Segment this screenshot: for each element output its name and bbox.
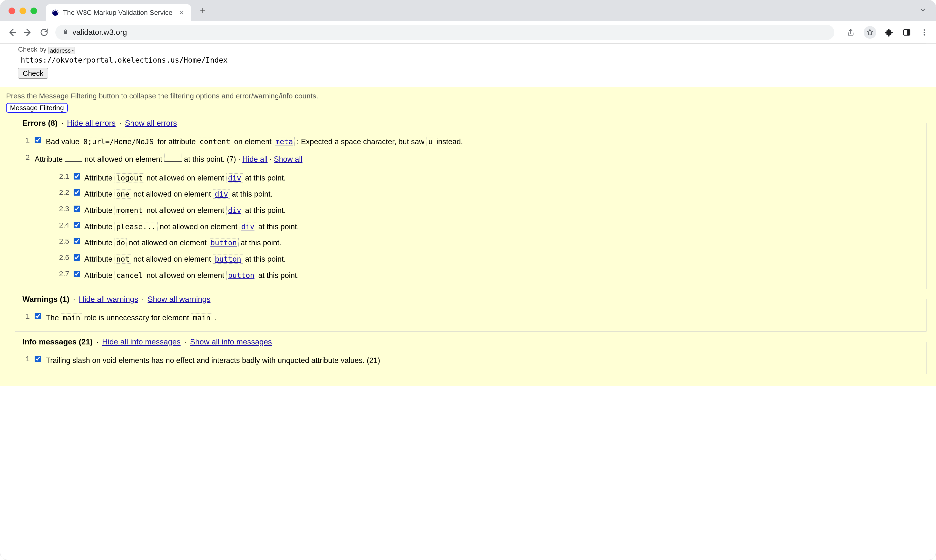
error-2-3-elem-link[interactable]: div xyxy=(228,206,241,215)
minimize-window-button[interactable] xyxy=(20,8,26,14)
svg-point-6 xyxy=(924,29,925,31)
error-2-4: 2.4Attribute please... not allowed on el… xyxy=(56,220,921,233)
close-tab-icon[interactable]: × xyxy=(179,8,184,17)
svg-rect-3 xyxy=(64,31,67,34)
error-2-3-attr: moment xyxy=(114,206,144,215)
checkby-label: Check by xyxy=(18,46,46,53)
sidepanel-icon[interactable] xyxy=(902,28,911,37)
new-tab-button[interactable]: + xyxy=(196,3,210,18)
bookmark-star-icon[interactable] xyxy=(864,26,876,39)
maximize-window-button[interactable] xyxy=(31,8,37,14)
info-1-text: Trailing slash on void elements has no e… xyxy=(46,356,367,365)
message-filter-panel: Press the Message Filtering button to co… xyxy=(0,87,936,386)
error-1-checkbox[interactable] xyxy=(35,137,41,143)
address-input[interactable] xyxy=(18,55,918,65)
error-2-5-attr: do xyxy=(114,238,127,247)
warning-1-code-elem: main xyxy=(191,313,212,322)
error-2-4-attr: please... xyxy=(114,222,158,231)
error-2-1-elem-link[interactable]: div xyxy=(228,174,241,182)
error-1-char: u xyxy=(427,137,434,146)
tabs-chevron-icon[interactable] xyxy=(919,6,927,15)
error-2-3-checkbox[interactable] xyxy=(74,206,80,212)
error-2-7-checkbox[interactable] xyxy=(74,271,80,277)
extensions-icon[interactable] xyxy=(885,28,894,37)
error-2-5-elem-link[interactable]: button xyxy=(210,238,237,247)
check-button[interactable]: Check xyxy=(18,68,48,78)
error-2-2-attr: one xyxy=(114,189,131,198)
warnings-count: 1 xyxy=(62,295,67,303)
forward-button[interactable] xyxy=(23,28,33,37)
back-button[interactable] xyxy=(7,28,17,37)
svg-point-8 xyxy=(924,34,925,35)
error-item-2: 2 Attribute not allowed on element at th… xyxy=(20,153,921,282)
window-controls xyxy=(9,8,37,14)
error-2-6-elem-link[interactable]: button xyxy=(215,255,241,263)
share-icon[interactable] xyxy=(846,28,855,37)
filter-hint-text: Press the Message Filtering button to co… xyxy=(0,92,936,103)
info-group: Info messages (21) · Hide all info messa… xyxy=(15,337,927,374)
address-bar: validator.w3.org xyxy=(0,21,936,44)
error-2-4-elem-link[interactable]: div xyxy=(241,222,254,231)
hide-all-warnings-link[interactable]: Hide all warnings xyxy=(79,295,138,303)
warning-1-checkbox[interactable] xyxy=(35,313,41,319)
error-2-6-checkbox[interactable] xyxy=(74,254,80,261)
url-text: validator.w3.org xyxy=(72,28,127,37)
error-2-7-attr: cancel xyxy=(114,271,144,280)
kebab-menu-icon[interactable] xyxy=(920,28,929,37)
error-2-2: 2.2Attribute one not allowed on element … xyxy=(56,188,921,201)
checker-form: Check by address Check xyxy=(10,44,926,82)
error-2-7-elem-link[interactable]: button xyxy=(228,271,254,280)
close-window-button[interactable] xyxy=(9,8,15,14)
errors-count: 8 xyxy=(51,118,55,128)
svg-rect-5 xyxy=(907,29,910,35)
info-item-1: 1 Trailing slash on void elements has no… xyxy=(20,354,921,367)
tab-title: The W3C Markup Validation Service xyxy=(63,9,172,17)
error-2-1: 2.1Attribute logout not allowed on eleme… xyxy=(56,172,921,185)
hide-all-errors-link[interactable]: Hide all errors xyxy=(67,118,116,128)
error-2-6-attr: not xyxy=(114,255,131,263)
browser-window: The W3C Markup Validation Service × + va… xyxy=(0,0,936,560)
info-1-checkbox[interactable] xyxy=(35,355,41,362)
error-2-6: 2.6Attribute not not allowed on element … xyxy=(56,253,921,266)
error-1-element-link[interactable]: meta xyxy=(275,137,293,146)
lock-icon xyxy=(63,29,68,36)
reload-button[interactable] xyxy=(39,28,49,37)
show-all-info-link[interactable]: Show all info messages xyxy=(190,337,272,346)
warning-item-1: 1 The main role is unnecessary for eleme… xyxy=(20,312,921,325)
error-2-5: 2.5Attribute do not allowed on element b… xyxy=(56,237,921,249)
error-1-attrname: content xyxy=(198,137,232,146)
show-all-errors-link[interactable]: Show all errors xyxy=(125,118,177,128)
checkby-select[interactable]: address xyxy=(48,47,75,54)
hide-all-info-link[interactable]: Hide all info messages xyxy=(102,337,180,346)
error-2-attr-blank xyxy=(65,153,82,162)
error-2-3: 2.3Attribute moment not allowed on eleme… xyxy=(56,204,921,217)
error-2-4-checkbox[interactable] xyxy=(74,222,80,228)
info-count: 21 xyxy=(82,337,90,346)
error-2-1-checkbox[interactable] xyxy=(74,173,80,180)
error-2-hide-all-link[interactable]: Hide all xyxy=(242,155,267,163)
error-2-2-elem-link[interactable]: div xyxy=(215,190,228,198)
warnings-legend-label: Warnings xyxy=(22,295,58,303)
warning-1-code-role: main xyxy=(61,313,82,322)
browser-tab[interactable]: The W3C Markup Validation Service × xyxy=(46,4,191,21)
error-2-5-checkbox[interactable] xyxy=(74,238,80,244)
error-1-badvalue: 0;url=/Home/NoJS xyxy=(82,137,156,146)
message-filtering-button[interactable]: Message Filtering xyxy=(6,103,68,113)
error-item-1: 1 Bad value 0;url=/Home/NoJS for attribu… xyxy=(20,135,921,148)
error-2-2-checkbox[interactable] xyxy=(74,189,80,195)
info-1-count: (21) xyxy=(367,356,380,365)
errors-group: Errors (8) · Hide all errors · Show all … xyxy=(15,118,927,289)
svg-point-7 xyxy=(924,32,925,33)
url-input[interactable]: validator.w3.org xyxy=(56,25,834,40)
info-legend-label: Info messages xyxy=(22,337,77,346)
show-all-warnings-link[interactable]: Show all warnings xyxy=(148,295,211,303)
tab-favicon xyxy=(52,9,59,16)
error-2-elem-blank xyxy=(164,153,182,162)
warnings-group: Warnings (1) · Hide all warnings · Show … xyxy=(15,295,927,332)
errors-legend-label: Errors xyxy=(22,118,46,128)
error-2-1-attr: logout xyxy=(114,174,144,182)
error-2-7: 2.7Attribute cancel not allowed on eleme… xyxy=(56,269,921,282)
error-2-count: (7) xyxy=(227,155,236,163)
error-2-show-all-link[interactable]: Show all xyxy=(274,155,302,163)
tab-strip: The W3C Markup Validation Service × + xyxy=(0,0,936,21)
